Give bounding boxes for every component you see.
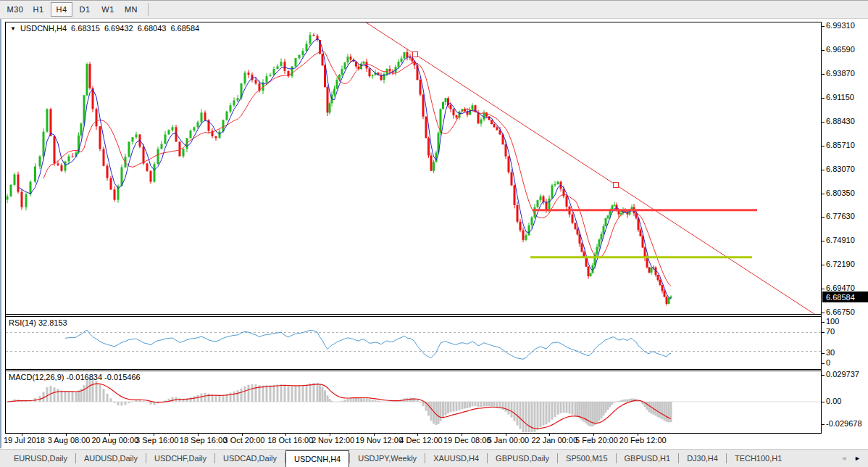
time-axis-tick xyxy=(506,433,506,436)
time-axis-label: 2 Nov 12:00 xyxy=(312,436,354,445)
toolbar-separator xyxy=(148,3,149,16)
time-axis-label: 4 Dec 12:00 xyxy=(399,436,442,445)
indicator-axis-label: 0 xyxy=(826,358,830,367)
indicator-axis-tick xyxy=(821,363,825,364)
time-axis-label: 20 Aug 00:00 xyxy=(91,436,138,445)
trendline-handle xyxy=(614,182,619,187)
timeframe-button-h1[interactable]: H1 xyxy=(28,2,49,17)
timeframe-button-m30[interactable]: M30 xyxy=(4,2,26,17)
indicator-axis-label: 100 xyxy=(826,317,839,326)
time-axis-tick xyxy=(417,433,418,436)
timeframe-button-h4[interactable]: H4 xyxy=(51,2,72,17)
symbol-tab-tech100[interactable]: TECH100,H1 xyxy=(727,450,790,467)
indicator-axis-label: -0.029678 xyxy=(826,419,862,428)
timeframe-toolbar: M30H1H4D1W1MN xyxy=(0,0,868,19)
symbol-tab-usdchf[interactable]: USDCHF,Daily xyxy=(146,450,214,467)
ohlc-close: 6.68584 xyxy=(170,24,199,33)
price-axis-label: 6.99310 xyxy=(826,21,855,30)
price-axis-tick xyxy=(821,98,825,99)
indicator-axis-label: 30 xyxy=(826,348,835,357)
time-axis-tick xyxy=(242,433,243,436)
price-axis-tick xyxy=(821,26,825,27)
chart-dropdown-icon[interactable]: ▼ xyxy=(10,25,16,32)
trading-terminal-window: M30H1H4D1W1MN ▼ USDCNH,H4 6.68315 6.6943… xyxy=(0,0,868,467)
time-axis[interactable]: 19 Jul 20183 Aug 08:0020 Aug 00:003 Sep … xyxy=(3,434,822,449)
time-axis-label: 18 Sep 16:00 xyxy=(180,436,227,445)
indicator-axis-label: 0.029737 xyxy=(826,370,859,379)
time-axis-label: 5 Jan 00:00 xyxy=(488,436,530,445)
indicator-axis-label: 0.00 xyxy=(826,397,841,405)
price-axis-label: 6.74910 xyxy=(826,236,855,244)
price-axis-label: 6.91150 xyxy=(826,93,854,102)
indicator-axis-tick xyxy=(821,353,825,354)
price-axis-label: 6.72190 xyxy=(826,260,855,268)
symbol-tab-gbpusd[interactable]: GBPUSD,Daily xyxy=(488,450,557,467)
timeframe-button-d1[interactable]: D1 xyxy=(74,2,96,17)
tab-scroll-controls: ◄► xyxy=(840,450,868,467)
price-axis-tick xyxy=(821,289,825,289)
time-axis-tick xyxy=(109,433,110,436)
timeframe-button-w1[interactable]: W1 xyxy=(97,2,119,17)
indicator-axis-tick xyxy=(821,322,825,323)
symbol-tab-usdcad[interactable]: USDCAD,Daily xyxy=(215,450,285,467)
price-axis-label: 6.77630 xyxy=(826,212,855,220)
timeframe-button-mn[interactable]: MN xyxy=(120,2,142,17)
ohlc-open: 6.68315 xyxy=(71,24,100,33)
time-axis-label: 5 Feb 20:00 xyxy=(575,436,618,445)
time-axis-label: 20 Feb 12:00 xyxy=(619,436,667,445)
price-axis-label: 6.85710 xyxy=(826,141,855,149)
price-axis-tick xyxy=(821,313,825,313)
chart-frame-left xyxy=(5,22,6,434)
ohlc-low: 6.68043 xyxy=(138,24,167,33)
chart-symbol-label: USDCNH,H4 xyxy=(20,24,67,33)
time-axis-tick xyxy=(22,433,22,436)
symbol-tab-usdcnh[interactable]: USDCNH,H4 xyxy=(285,450,349,467)
symbol-tab-sp500[interactable]: SP500,M15 xyxy=(558,450,615,467)
time-axis-tick xyxy=(549,433,550,436)
price-axis[interactable]: 6.993106.965906.938706.911506.884306.857… xyxy=(822,20,868,449)
time-axis-label: 18 Oct 16:00 xyxy=(267,436,313,445)
ohlc-high: 6.69432 xyxy=(104,24,133,33)
price-axis-tick xyxy=(821,74,825,75)
time-axis-tick xyxy=(374,433,375,436)
symbol-tab-gbpusd[interactable]: GBPUSD,H1 xyxy=(617,450,679,467)
symbol-tab-dj30[interactable]: DJ30,H4 xyxy=(679,450,726,467)
rsi-panel[interactable] xyxy=(6,317,821,369)
time-axis-label: 3 Sep 16:00 xyxy=(135,436,178,445)
time-axis-tick xyxy=(66,433,67,436)
symbol-tab-bar: EURUSD,DailyAUDUSD,DailyUSDCHF,DailyUSDC… xyxy=(0,449,868,467)
tab-scroll-right-icon[interactable]: ► xyxy=(854,455,861,462)
chart-frame-top xyxy=(5,22,822,22)
rsi-macd-separator[interactable] xyxy=(5,369,822,370)
trendline-handle xyxy=(413,51,418,57)
time-axis-label: 19 Jul 2018 xyxy=(4,436,45,445)
tab-scroll-left-icon[interactable]: ◄ xyxy=(840,455,847,462)
indicator-axis-tick xyxy=(821,402,825,402)
rsi-panel-top-border xyxy=(5,316,822,317)
price-axis-label: 6.96590 xyxy=(826,45,855,54)
macd-label: MACD(12,26,9) -0.016834 -0.015466 xyxy=(9,373,141,381)
main-rsi-separator[interactable] xyxy=(5,314,822,315)
symbol-tab-eurusd[interactable]: EURUSD,Daily xyxy=(6,450,75,467)
price-axis-tick xyxy=(821,122,825,123)
time-axis-label: 3 Oct 20:00 xyxy=(224,436,265,445)
time-axis-tick xyxy=(462,433,462,436)
time-axis-tick xyxy=(593,433,594,436)
indicator-axis-label: 70 xyxy=(826,327,835,336)
symbol-tab-xauusd[interactable]: XAUUSD,H4 xyxy=(425,450,487,467)
time-axis-label: 22 Jan 00:00 xyxy=(531,436,577,445)
symbol-tab-usdjpy[interactable]: USDJPY,Weekly xyxy=(350,450,425,467)
indicator-axis-tick xyxy=(821,332,825,333)
price-axis-tick xyxy=(821,265,825,265)
time-axis-tick xyxy=(198,433,199,436)
symbol-tab-audusd[interactable]: AUDUSD,Daily xyxy=(76,450,146,467)
indicator-axis-tick xyxy=(821,424,825,425)
price-axis-tick xyxy=(821,217,825,218)
price-axis-tick xyxy=(821,170,825,170)
main-chart[interactable] xyxy=(6,22,821,314)
time-axis-label: 19 Dec 08:00 xyxy=(443,436,491,445)
price-axis-label: 6.93870 xyxy=(826,69,855,78)
indicator-axis-tick xyxy=(821,375,825,376)
chart-title: ▼ USDCNH,H4 6.68315 6.69432 6.68043 6.68… xyxy=(10,24,199,33)
macd-panel-top-border xyxy=(5,371,822,371)
